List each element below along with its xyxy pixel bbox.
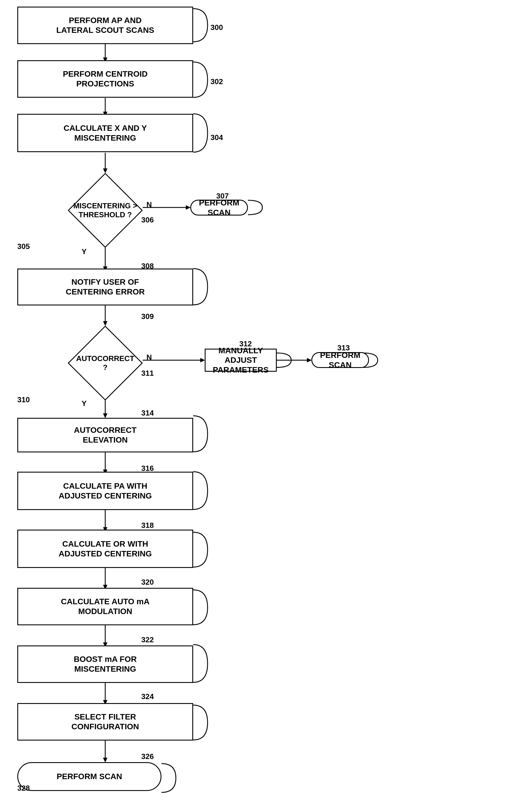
ref-318: 318 — [141, 521, 154, 530]
svg-marker-15 — [307, 358, 311, 362]
miscentering-diamond: MISCENTERING >THRESHOLD ? — [68, 173, 143, 248]
ref-314: 314 — [141, 409, 154, 418]
svg-marker-5 — [103, 169, 107, 173]
ref-324: 324 — [141, 692, 154, 701]
calc-pa-box: CALCULATE PA WITHADJUSTED CENTERING — [17, 472, 193, 510]
n-label-1: N — [146, 200, 152, 209]
svg-marker-7 — [186, 206, 190, 209]
ref-313: 313 — [337, 343, 350, 352]
calc-or-box: CALCULATE OR WITHADJUSTED CENTERING — [17, 530, 193, 568]
autocorrect-elev-box: AUTOCORRECTELEVATION — [17, 418, 193, 452]
ref-302: 302 — [210, 77, 223, 86]
perform-scan-2-box: PERFORM SCAN — [311, 352, 369, 368]
y-label-1: Y — [82, 247, 86, 256]
n-label-2: N — [146, 353, 152, 362]
ref-305: 305 — [17, 242, 30, 251]
select-filter-box: SELECT FILTERCONFIGURATION — [17, 703, 193, 741]
svg-marker-13 — [200, 358, 205, 362]
svg-marker-17 — [103, 414, 107, 418]
ref-309: 309 — [141, 312, 154, 321]
perform-ap-box: PERFORM AP ANDLATERAL SCOUT SCANS — [17, 7, 193, 44]
ref-306: 306 — [141, 215, 154, 224]
calc-auto-ma-box: CALCULATE AUTO mAMODULATION — [17, 588, 193, 625]
svg-marker-11 — [103, 321, 107, 326]
calculate-xy-box: CALCULATE X AND YMISCENTERING — [17, 114, 193, 152]
perform-centroid-box: PERFORM CENTROIDPROJECTIONS — [17, 60, 193, 98]
perform-scan-1-box: PERFORM SCAN — [190, 200, 248, 215]
manually-adjust-box: MANUALLY ADJUSTPARAMETERS — [205, 349, 277, 372]
notify-user-box: NOTIFY USER OFCENTERING ERROR — [17, 269, 193, 305]
perform-scan-3-box: PERFORM SCAN — [17, 762, 162, 791]
flowchart-diagram: PERFORM AP ANDLATERAL SCOUT SCANS PERFOR… — [0, 0, 510, 812]
ref-326: 326 — [141, 752, 154, 761]
ref-311: 311 — [141, 369, 154, 378]
autocorrect-diamond: AUTOCORRECT? — [68, 326, 143, 400]
ref-322: 322 — [141, 635, 154, 644]
ref-328: 328 — [17, 784, 30, 793]
ref-312: 312 — [239, 339, 252, 349]
ref-307: 307 — [216, 191, 229, 201]
ref-300: 300 — [210, 23, 223, 32]
ref-310: 310 — [17, 395, 30, 404]
ref-304: 304 — [210, 133, 223, 142]
ref-320: 320 — [141, 578, 154, 587]
svg-marker-29 — [103, 758, 107, 762]
boost-ma-box: BOOST mA FORMISCENTERING — [17, 645, 193, 683]
